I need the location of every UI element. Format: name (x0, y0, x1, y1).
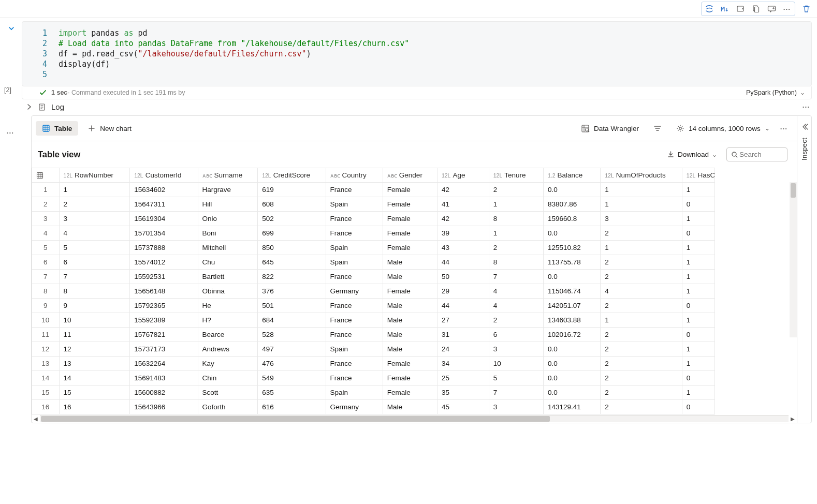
cell[interactable]: 4 (489, 299, 543, 313)
cell[interactable]: 3 (489, 400, 543, 414)
column-header[interactable]: 12LNumOfProducts (601, 168, 682, 183)
table-row[interactable]: 3315619304Onio502FranceFemale428159660.8… (32, 212, 715, 226)
cell[interactable]: Spain (326, 255, 383, 270)
cell[interactable]: Onio (198, 212, 258, 226)
cell[interactable]: 35 (437, 386, 489, 400)
cell[interactable]: 8 (59, 284, 130, 299)
cell[interactable]: 43 (437, 241, 489, 255)
cell[interactable]: Female (383, 371, 437, 386)
cell[interactable]: Male (383, 313, 437, 328)
cell[interactable]: H? (198, 313, 258, 328)
cell[interactable]: Chu (198, 255, 258, 270)
cell[interactable]: 13 (59, 357, 130, 371)
cell[interactable]: 16 (59, 400, 130, 414)
cell[interactable]: 376 (258, 284, 326, 299)
cell[interactable]: Female (383, 212, 437, 226)
column-header[interactable]: 12LTenure (489, 168, 543, 183)
cell[interactable]: 1 (489, 226, 543, 241)
cell[interactable]: 6 (59, 255, 130, 270)
cell[interactable]: 6 (489, 328, 543, 342)
table-row[interactable]: 161615643966Goforth616GermanyMale4531431… (32, 400, 715, 414)
cell[interactable]: 15634602 (130, 183, 198, 197)
cell[interactable]: Bearce (198, 328, 258, 342)
filter-button[interactable] (649, 122, 666, 135)
vertical-scrollbar[interactable] (790, 182, 797, 337)
cell[interactable]: 1 (682, 313, 714, 328)
cell[interactable]: 822 (258, 270, 326, 284)
cell[interactable]: Bartlett (198, 270, 258, 284)
cell[interactable]: Scott (198, 386, 258, 400)
cell[interactable]: 7 (489, 270, 543, 284)
cell[interactable]: France (326, 357, 383, 371)
cell[interactable]: 31 (437, 328, 489, 342)
column-header[interactable]: 12LCreditScore (258, 168, 326, 183)
cell[interactable]: 699 (258, 226, 326, 241)
columns-summary-button[interactable]: 14 columns, 1000 rows ⌄ (672, 122, 774, 135)
cell[interactable]: Female (383, 226, 437, 241)
table-row[interactable]: 5515737888Mitchell850SpainFemale43212551… (32, 241, 715, 255)
cell[interactable]: Goforth (198, 400, 258, 414)
table-row[interactable]: 8815656148Obinna376GermanyFemale29411504… (32, 284, 715, 299)
cell[interactable]: Kay (198, 357, 258, 371)
cell[interactable]: 10 (489, 357, 543, 371)
cell[interactable]: 0.0 (543, 270, 600, 284)
tab-new-chart[interactable]: New chart (81, 121, 138, 136)
table-row[interactable]: 9915792365He501FranceMale444142051.0720 (32, 299, 715, 313)
cell[interactable]: 125510.82 (543, 241, 600, 255)
cell[interactable]: 0.0 (543, 342, 600, 357)
column-header[interactable]: 1.2Balance (543, 168, 600, 183)
cell[interactable]: Mitchell (198, 241, 258, 255)
cell[interactable]: 15 (59, 386, 130, 400)
cell[interactable]: Andrews (198, 342, 258, 357)
log-more-icon[interactable]: ··· (803, 103, 810, 111)
cell[interactable]: 2 (601, 386, 682, 400)
cell[interactable]: France (326, 328, 383, 342)
cell[interactable]: Germany (326, 284, 383, 299)
cell[interactable]: 15600882 (130, 386, 198, 400)
cell[interactable]: Chin (198, 371, 258, 386)
cell[interactable]: 115046.74 (543, 284, 600, 299)
column-header[interactable]: 12LHasC (682, 168, 714, 183)
column-header[interactable]: 12LCustomerId (130, 168, 198, 183)
cell[interactable]: 608 (258, 197, 326, 212)
cell[interactable]: 29 (437, 284, 489, 299)
table-row[interactable]: 101015592389H?684FranceMale272134603.881… (32, 313, 715, 328)
cell[interactable]: 34 (437, 357, 489, 371)
cell[interactable]: 2 (489, 313, 543, 328)
cell[interactable]: Spain (326, 241, 383, 255)
table-row[interactable]: 7715592531Bartlett822FranceMale5070.021 (32, 270, 715, 284)
cell[interactable]: 1 (682, 212, 714, 226)
code-cell[interactable]: 12345 import pandas as pd# Load data int… (22, 21, 812, 86)
output-menu-icon[interactable]: ··· (0, 115, 21, 428)
select-all-header[interactable] (32, 168, 60, 183)
cell[interactable]: Female (383, 197, 437, 212)
column-header[interactable]: 12LRowNumber (59, 168, 130, 183)
cell[interactable]: 1 (682, 386, 714, 400)
cell[interactable]: 15574012 (130, 255, 198, 270)
cell[interactable]: Spain (326, 342, 383, 357)
cell[interactable]: 0.0 (543, 226, 600, 241)
cell[interactable]: 8 (489, 212, 543, 226)
cell[interactable]: 15592531 (130, 270, 198, 284)
comment-icon[interactable] (766, 3, 777, 14)
column-header[interactable]: ᴀʙᴄSurname (198, 168, 258, 183)
cell[interactable]: 3 (489, 342, 543, 357)
log-label[interactable]: Log (51, 102, 64, 111)
cell[interactable]: 42 (437, 212, 489, 226)
cell[interactable]: Boni (198, 226, 258, 241)
cell[interactable]: France (326, 313, 383, 328)
cell[interactable]: 2 (601, 371, 682, 386)
cell[interactable]: He (198, 299, 258, 313)
cell[interactable]: 1 (601, 197, 682, 212)
cell[interactable]: 4 (489, 284, 543, 299)
cell[interactable]: Male (383, 255, 437, 270)
cell[interactable]: 645 (258, 255, 326, 270)
cell[interactable]: 2 (601, 255, 682, 270)
cell[interactable]: 45 (437, 400, 489, 414)
expand-inspect-icon[interactable] (801, 123, 808, 130)
cell[interactable]: 25 (437, 371, 489, 386)
code-editor[interactable]: import pandas as pd# Load data into pand… (53, 22, 811, 86)
cell[interactable]: 15656148 (130, 284, 198, 299)
cell[interactable]: 15643966 (130, 400, 198, 414)
horizontal-scrollbar[interactable]: ◀ ▶ (32, 414, 797, 423)
